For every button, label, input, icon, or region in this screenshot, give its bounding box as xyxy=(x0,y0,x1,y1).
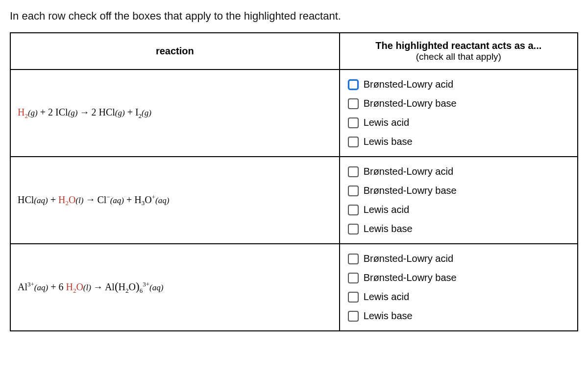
checkbox-icon[interactable] xyxy=(348,79,359,90)
checkbox-icon[interactable] xyxy=(348,117,359,128)
option-label: Lewis acid xyxy=(364,291,409,303)
checkbox-icon[interactable] xyxy=(348,224,359,234)
checkbox-icon[interactable] xyxy=(348,98,359,109)
reaction-cell-1: H2(g) + 2 ICl(g) → 2 HCl(g) + I2(g) xyxy=(10,70,340,157)
option-label: Lewis base xyxy=(364,136,413,147)
option-lewis-base[interactable]: Lewis base xyxy=(347,219,570,238)
checkbox-icon[interactable] xyxy=(348,273,359,283)
option-label: Brønsted-Lowry acid xyxy=(364,166,453,177)
option-lewis-base[interactable]: Lewis base xyxy=(347,132,570,151)
checkbox-icon[interactable] xyxy=(348,137,359,147)
options-cell-1: Brønsted-Lowry acid Brønsted-Lowry base … xyxy=(340,70,578,157)
checkbox-icon[interactable] xyxy=(348,292,359,303)
checkbox-icon[interactable] xyxy=(348,166,359,177)
option-lewis-acid[interactable]: Lewis acid xyxy=(347,200,570,219)
reaction-table: reaction The highlighted reactant acts a… xyxy=(10,32,578,331)
option-label: Brønsted-Lowry base xyxy=(364,185,457,196)
option-label: Brønsted-Lowry acid xyxy=(364,253,453,264)
option-bl-acid[interactable]: Brønsted-Lowry acid xyxy=(347,75,570,94)
header-reaction: reaction xyxy=(10,33,340,70)
option-label: Brønsted-Lowry base xyxy=(364,272,457,283)
option-label: Lewis base xyxy=(364,223,413,234)
table-row: H2(g) + 2 ICl(g) → 2 HCl(g) + I2(g) Brøn… xyxy=(10,70,578,157)
option-lewis-base[interactable]: Lewis base xyxy=(347,306,570,326)
option-label: Lewis base xyxy=(364,310,413,322)
header-acts-as: The highlighted reactant acts as a... (c… xyxy=(340,33,578,70)
options-cell-3: Brønsted-Lowry acid Brønsted-Lowry base … xyxy=(340,244,578,331)
option-bl-base[interactable]: Brønsted-Lowry base xyxy=(347,268,570,287)
table-row: HCl(aq) + H2O(l) → Cl−(aq) + H3O+(aq) Br… xyxy=(10,157,578,244)
checkbox-icon[interactable] xyxy=(348,254,359,264)
option-bl-base[interactable]: Brønsted-Lowry base xyxy=(347,94,570,113)
option-label: Lewis acid xyxy=(364,117,409,128)
options-cell-2: Brønsted-Lowry acid Brønsted-Lowry base … xyxy=(340,157,578,244)
option-label: Brønsted-Lowry base xyxy=(364,98,457,109)
option-bl-acid[interactable]: Brønsted-Lowry acid xyxy=(347,249,570,268)
option-lewis-acid[interactable]: Lewis acid xyxy=(347,113,570,132)
reaction-cell-3: Al3+(aq) + 6 H2O(l) → Al(H2O)63+(aq) xyxy=(10,244,340,331)
instruction-text: In each row check off the boxes that app… xyxy=(10,10,578,23)
checkbox-icon[interactable] xyxy=(348,186,359,196)
table-row: Al3+(aq) + 6 H2O(l) → Al(H2O)63+(aq) Brø… xyxy=(10,244,578,331)
option-bl-acid[interactable]: Brønsted-Lowry acid xyxy=(347,162,570,181)
option-label: Lewis acid xyxy=(364,204,409,215)
reaction-cell-2: HCl(aq) + H2O(l) → Cl−(aq) + H3O+(aq) xyxy=(10,157,340,244)
option-label: Brønsted-Lowry acid xyxy=(364,79,453,90)
checkbox-icon[interactable] xyxy=(348,205,359,215)
checkbox-icon[interactable] xyxy=(348,311,359,322)
option-lewis-acid[interactable]: Lewis acid xyxy=(347,287,570,306)
option-bl-base[interactable]: Brønsted-Lowry base xyxy=(347,181,570,200)
